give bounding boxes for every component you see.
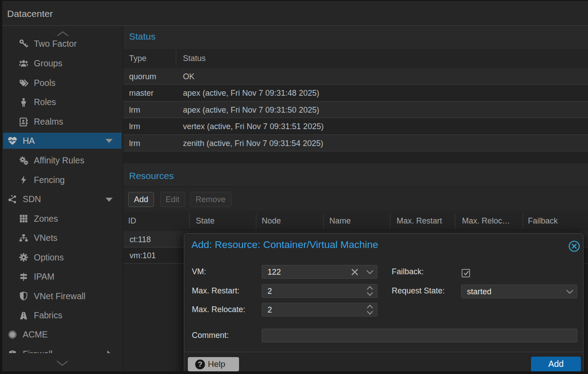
svg-text:?: ?: [198, 360, 202, 369]
